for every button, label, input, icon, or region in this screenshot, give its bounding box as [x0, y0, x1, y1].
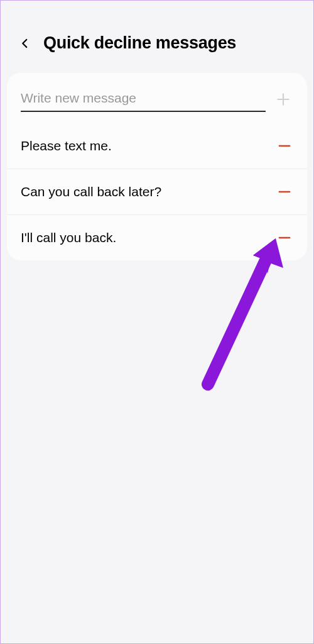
remove-icon[interactable] — [276, 183, 293, 201]
list-item: Can you call back later? — [7, 169, 307, 214]
remove-icon[interactable] — [276, 137, 293, 155]
messages-card: Please text me. Can you call back later?… — [7, 73, 307, 260]
list-item: Please text me. — [7, 123, 307, 169]
message-text: Can you call back later? — [21, 184, 161, 199]
new-message-row — [7, 73, 307, 123]
add-icon[interactable] — [273, 89, 293, 109]
back-icon[interactable] — [18, 36, 32, 50]
message-text: I'll call you back. — [21, 230, 116, 245]
new-message-input[interactable] — [21, 87, 266, 112]
page-title: Quick decline messages — [43, 33, 236, 53]
header: Quick decline messages — [1, 1, 313, 68]
message-list: Please text me. Can you call back later?… — [7, 123, 307, 260]
remove-icon[interactable] — [276, 229, 293, 247]
list-item: I'll call you back. — [7, 214, 307, 260]
message-text: Please text me. — [21, 138, 112, 153]
